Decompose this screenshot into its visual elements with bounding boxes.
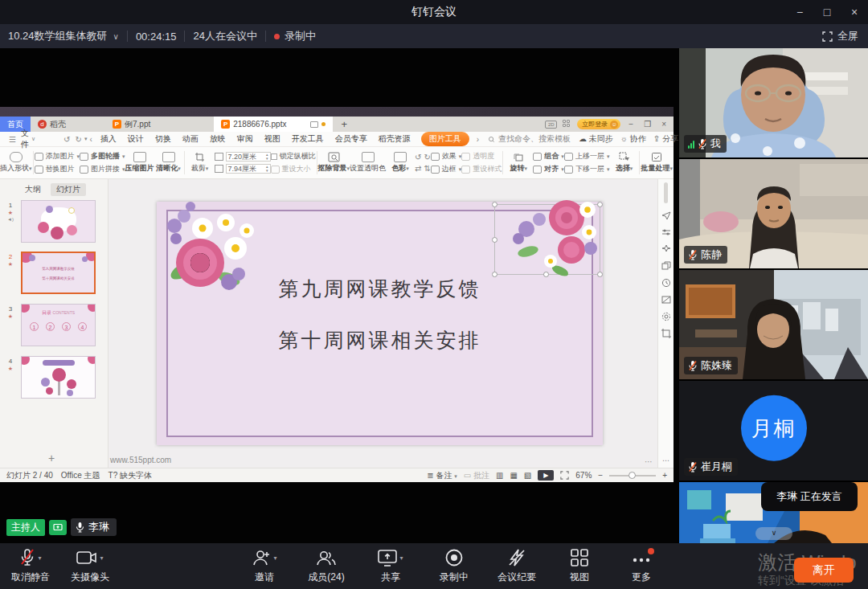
apps-grid-icon[interactable] xyxy=(563,120,571,129)
chevron-down-icon[interactable]: ∨ xyxy=(113,32,119,41)
menu-design[interactable]: 设计 xyxy=(122,133,149,145)
menu-view[interactable]: 视图 xyxy=(259,133,286,145)
border-button[interactable]: 边框▾ xyxy=(431,164,462,174)
tab-outline[interactable]: 大纲 xyxy=(22,183,44,196)
image-panel-icon[interactable] xyxy=(661,295,671,305)
caret-down-icon[interactable]: ▾ xyxy=(38,554,41,562)
selection-handle[interactable] xyxy=(492,237,497,243)
send-backward-button[interactable]: 下移一层▾ xyxy=(564,164,610,174)
add-picture-button[interactable]: 添加图片▾ xyxy=(35,151,80,162)
window-mode-icon[interactable]: 2D xyxy=(545,121,557,129)
menu-docer-res[interactable]: 稻壳资源 xyxy=(373,133,416,145)
multi-carousel-button[interactable]: 多图轮播▾ xyxy=(80,151,125,162)
settings-panel-icon[interactable] xyxy=(661,312,671,321)
rail-more-icon[interactable]: ⋯ xyxy=(662,456,669,464)
group-button[interactable]: 组合▾ xyxy=(533,151,564,162)
batch-process-button[interactable]: 批量处理▾ xyxy=(641,147,673,178)
color-button[interactable]: 色彩▾ xyxy=(386,147,415,178)
members-button[interactable]: 成员(24) xyxy=(296,547,357,584)
wps-restore-button[interactable]: ❐ xyxy=(641,120,653,129)
width-input[interactable]: 7.94厘米▴▾ xyxy=(215,164,271,174)
wps-minimize-button[interactable]: − xyxy=(626,120,636,129)
slide-thumbnail-4[interactable]: 4 ★ xyxy=(0,356,108,399)
sync-status[interactable]: ☁ 未同步 xyxy=(579,133,613,145)
zoom-in-button[interactable]: + xyxy=(662,471,667,480)
clarify-button[interactable]: 清晰化▾ xyxy=(154,147,183,178)
more-button[interactable]: 更多 xyxy=(611,547,672,584)
menu-member[interactable]: 会员专享 xyxy=(330,133,373,145)
slide-thumbnail-1[interactable]: 1 ★ ◄) xyxy=(0,200,108,243)
canvas-scrollbar[interactable] xyxy=(664,182,668,203)
scroll-left-icon[interactable]: ‹ xyxy=(87,135,94,144)
caret-down-icon[interactable]: ▾ xyxy=(273,554,276,562)
zoom-out-button[interactable]: − xyxy=(598,471,603,480)
wps-close-button[interactable]: × xyxy=(659,120,669,129)
zoom-knob[interactable] xyxy=(628,472,636,479)
opacity-button[interactable]: 透明度 xyxy=(461,151,502,162)
effect-button[interactable]: 效果▾ xyxy=(431,151,462,162)
theme-name[interactable]: Office 主题 xyxy=(61,470,100,481)
minutes-button[interactable]: 会议纪要 xyxy=(486,547,547,584)
picture-stitch-button[interactable]: 图片拼接▾ xyxy=(80,164,125,174)
tab-doc1[interactable]: P 例7.ppt xyxy=(105,117,158,132)
collapse-sidebar-button[interactable]: ∨ xyxy=(755,527,792,540)
layers-panel-icon[interactable] xyxy=(661,261,671,271)
send-panel-icon[interactable] xyxy=(661,211,671,220)
tab-doc2-active[interactable]: P 21886676.pptx xyxy=(214,117,333,132)
slide-thumbnail-2-selected[interactable]: 2 ★ 第九周网课教学反馈 第十周网课相关安排 xyxy=(0,252,108,294)
caret-down-icon[interactable]: ▾ xyxy=(100,554,103,562)
fit-window-icon[interactable] xyxy=(560,471,569,480)
reset-style-button[interactable]: 重设样式 xyxy=(461,164,502,174)
comments-button[interactable]: ▭ 批注 xyxy=(464,470,489,481)
slide-title-line1[interactable]: 第九周网课教学反馈 xyxy=(157,276,603,302)
adjust-panel-icon[interactable] xyxy=(661,227,671,237)
replace-picture-button[interactable]: 替换图片 xyxy=(35,164,80,174)
crop-button[interactable]: 裁剪▾ xyxy=(186,147,215,178)
caret-down-icon[interactable]: ▾ xyxy=(399,554,403,562)
zoom-slider[interactable] xyxy=(609,475,656,477)
slide-canvas[interactable]: 第九周网课教学反馈 第十周网课相关安排 www.515ppt.com ⋯ xyxy=(108,179,657,468)
flip-h-icon[interactable]: ⇄ xyxy=(415,164,421,173)
rotate-left-icon[interactable]: ↺ xyxy=(415,153,421,162)
menu-animation[interactable]: 动画 xyxy=(177,133,204,145)
remove-background-button[interactable]: 抠除背景▾ xyxy=(318,147,350,178)
slide-title-line2[interactable]: 第十周网课相关安排 xyxy=(157,327,603,354)
maximize-button[interactable]: □ xyxy=(813,0,841,24)
menu-insert[interactable]: 插入 xyxy=(95,133,122,145)
video-tile-self[interactable]: 我 xyxy=(679,48,868,157)
camera-button[interactable]: ▾ 关摄像头 xyxy=(59,547,121,584)
collaborate-button[interactable]: ☼ 协作 xyxy=(620,133,646,145)
share-button[interactable]: ⇪ 分享 xyxy=(653,133,678,145)
play-slideshow-button[interactable]: ▶ xyxy=(538,470,554,481)
invite-button[interactable]: ▾ 邀请 xyxy=(234,547,295,584)
reading-view-icon[interactable]: ▧ xyxy=(524,471,531,480)
notes-button[interactable]: ≣ 备注 ▾ xyxy=(427,470,457,481)
effects-panel-icon[interactable] xyxy=(661,244,671,254)
minimize-button[interactable]: − xyxy=(786,0,813,24)
leave-button[interactable]: 离开 xyxy=(794,558,854,583)
redo-icon[interactable]: ↻ xyxy=(72,135,84,144)
meeting-name[interactable]: 10.24数学组集体教研 xyxy=(8,29,108,43)
slide[interactable]: 第九周网课教学反馈 第十周网课相关安排 xyxy=(157,202,603,445)
select-button[interactable]: 选择▾ xyxy=(609,147,638,178)
rotate-right-icon[interactable]: ↻ xyxy=(424,153,430,162)
login-button[interactable]: 立即登录 ☺ xyxy=(577,119,620,129)
rotate-button[interactable]: 旋转▾ xyxy=(504,147,533,178)
fullscreen-button[interactable]: 全屏 xyxy=(822,24,858,48)
view-button[interactable]: 视图 xyxy=(549,547,610,584)
flip-v-icon[interactable]: ⇅ xyxy=(424,164,430,173)
crop-panel-icon[interactable] xyxy=(661,329,671,338)
command-search[interactable]: 查找命令、搜索模板 xyxy=(488,133,571,145)
add-slide-button[interactable]: + xyxy=(48,452,55,464)
menu-devtools[interactable]: 开发工具 xyxy=(286,133,330,145)
tab-slides[interactable]: 幻灯片 xyxy=(51,183,86,196)
lock-ratio-checkbox[interactable]: 锁定纵横比 xyxy=(271,151,316,162)
slide-thumbnail-3[interactable]: 3 ★ 目录 CONTENTS 1234 xyxy=(0,304,108,346)
scroll-right-icon[interactable]: › xyxy=(474,135,481,144)
close-button[interactable]: × xyxy=(841,0,868,24)
height-input[interactable]: 7.20厘米▴▾ xyxy=(215,152,271,162)
missing-font-warning[interactable]: T? 缺失字体 xyxy=(108,470,152,481)
picture-tools-tab[interactable]: 图片工具 xyxy=(421,132,469,146)
record-button[interactable]: 录制中 xyxy=(424,547,485,584)
history-panel-icon[interactable] xyxy=(661,278,671,288)
